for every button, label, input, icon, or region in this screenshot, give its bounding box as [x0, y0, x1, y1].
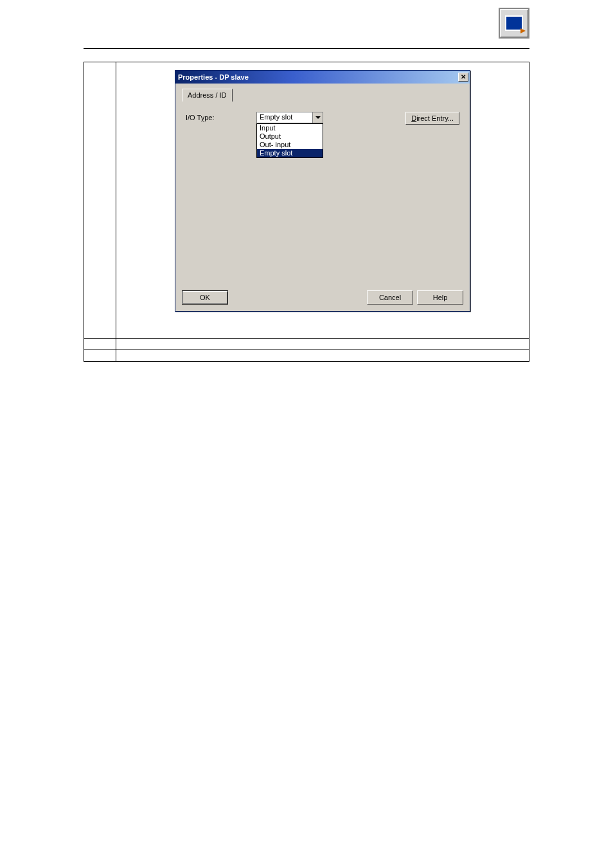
dialog-body: Address / ID I/O Type: Empty slot: [175, 84, 470, 311]
io-type-label: I/O Type:: [186, 112, 256, 121]
combo-option-input[interactable]: Input: [257, 124, 323, 132]
close-button[interactable]: ✕: [458, 73, 468, 82]
content-table: Properties - DP slave ✕ Address / ID: [84, 62, 529, 362]
direct-entry-button[interactable]: Direct Entry...: [405, 112, 459, 125]
chevron-down-icon: [315, 116, 321, 119]
dialog-button-row: OK Cancel Help: [182, 290, 463, 305]
empty-cell: [116, 350, 529, 362]
combo-option-out-input[interactable]: Out- input: [257, 141, 323, 149]
right-cell: Properties - DP slave ✕ Address / ID: [116, 62, 529, 339]
combo-box[interactable]: Empty slot: [256, 112, 323, 123]
empty-cell: [116, 339, 529, 350]
tab-label: Address / ID: [188, 91, 227, 99]
divider: [84, 48, 529, 49]
combo-selected-text: Empty slot: [257, 112, 312, 123]
io-type-row: I/O Type: Empty slot: [182, 102, 463, 125]
app-logo-icon: [499, 8, 529, 39]
close-icon: ✕: [461, 73, 466, 80]
combo-option-output[interactable]: Output: [257, 132, 323, 141]
empty-cell: [84, 350, 116, 362]
cancel-button[interactable]: Cancel: [367, 290, 413, 305]
combo-dropdown-button[interactable]: [312, 112, 323, 123]
dialog-properties-dp-slave: Properties - DP slave ✕ Address / ID: [175, 70, 470, 312]
dialog-titlebar[interactable]: Properties - DP slave ✕: [175, 71, 470, 84]
ok-button[interactable]: OK: [182, 290, 228, 305]
dialog-title: Properties - DP slave: [178, 73, 249, 81]
tab-address-id[interactable]: Address / ID: [182, 89, 233, 102]
combo-option-empty-slot[interactable]: Empty slot: [257, 149, 323, 157]
help-button[interactable]: Help: [417, 290, 463, 305]
tab-panel: I/O Type: Empty slot: [182, 102, 463, 294]
left-cell: [84, 62, 116, 339]
combo-dropdown-list: Input Output Out- input Empty slot: [256, 123, 323, 158]
io-type-combo[interactable]: Empty slot Input Output Out- input: [256, 112, 323, 123]
empty-cell: [84, 339, 116, 350]
tabstrip: Address / ID: [182, 87, 463, 102]
